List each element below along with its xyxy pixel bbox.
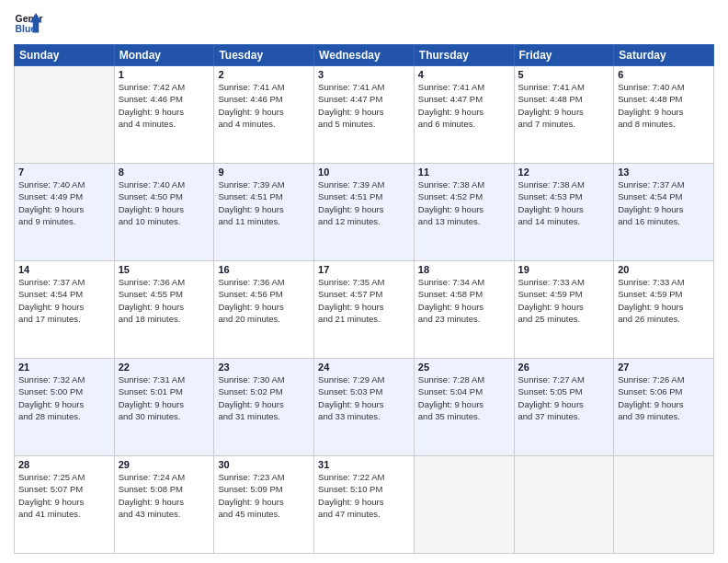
calendar-cell: 28Sunrise: 7:25 AM Sunset: 5:07 PM Dayli… bbox=[15, 456, 115, 554]
day-info: Sunrise: 7:39 AM Sunset: 4:51 PM Dayligh… bbox=[318, 178, 410, 227]
calendar-cell: 2Sunrise: 7:41 AM Sunset: 4:46 PM Daylig… bbox=[214, 66, 314, 164]
header: General Blue bbox=[14, 9, 714, 39]
day-number: 30 bbox=[218, 459, 310, 470]
calendar-cell: 27Sunrise: 7:26 AM Sunset: 5:06 PM Dayli… bbox=[614, 359, 714, 456]
day-info: Sunrise: 7:41 AM Sunset: 4:47 PM Dayligh… bbox=[418, 81, 510, 130]
day-number: 8 bbox=[119, 167, 210, 178]
day-number: 15 bbox=[119, 264, 210, 275]
day-number: 4 bbox=[418, 69, 510, 80]
calendar-cell: 8Sunrise: 7:40 AM Sunset: 4:50 PM Daylig… bbox=[114, 164, 214, 261]
day-number: 28 bbox=[18, 459, 110, 470]
calendar-cell: 29Sunrise: 7:24 AM Sunset: 5:08 PM Dayli… bbox=[114, 456, 214, 554]
calendar-cell: 31Sunrise: 7:22 AM Sunset: 5:10 PM Dayli… bbox=[314, 456, 415, 554]
day-info: Sunrise: 7:22 AM Sunset: 5:10 PM Dayligh… bbox=[318, 471, 410, 520]
page: General Blue SundayMondayTuesdayWednesda… bbox=[0, 0, 728, 563]
calendar-cell: 21Sunrise: 7:32 AM Sunset: 5:00 PM Dayli… bbox=[15, 359, 115, 456]
day-info: Sunrise: 7:42 AM Sunset: 4:46 PM Dayligh… bbox=[119, 81, 210, 130]
day-number: 12 bbox=[518, 167, 610, 178]
calendar-cell: 10Sunrise: 7:39 AM Sunset: 4:51 PM Dayli… bbox=[314, 164, 415, 261]
day-info: Sunrise: 7:35 AM Sunset: 4:57 PM Dayligh… bbox=[318, 276, 410, 325]
day-info: Sunrise: 7:36 AM Sunset: 4:55 PM Dayligh… bbox=[119, 276, 210, 325]
day-info: Sunrise: 7:31 AM Sunset: 5:01 PM Dayligh… bbox=[119, 373, 210, 422]
day-number: 9 bbox=[218, 167, 310, 178]
calendar-cell bbox=[514, 456, 614, 554]
day-number: 20 bbox=[618, 264, 710, 275]
day-info: Sunrise: 7:29 AM Sunset: 5:03 PM Dayligh… bbox=[318, 373, 410, 422]
calendar-cell: 20Sunrise: 7:33 AM Sunset: 4:59 PM Dayli… bbox=[614, 261, 714, 359]
day-info: Sunrise: 7:26 AM Sunset: 5:06 PM Dayligh… bbox=[618, 373, 710, 422]
calendar-cell: 4Sunrise: 7:41 AM Sunset: 4:47 PM Daylig… bbox=[414, 66, 514, 164]
day-info: Sunrise: 7:25 AM Sunset: 5:07 PM Dayligh… bbox=[18, 471, 110, 520]
calendar-cell: 9Sunrise: 7:39 AM Sunset: 4:51 PM Daylig… bbox=[214, 164, 314, 261]
day-number: 5 bbox=[518, 69, 610, 80]
day-info: Sunrise: 7:37 AM Sunset: 4:54 PM Dayligh… bbox=[18, 276, 110, 325]
week-row-4: 21Sunrise: 7:32 AM Sunset: 5:00 PM Dayli… bbox=[15, 359, 714, 456]
weekday-header-friday: Friday bbox=[514, 45, 614, 66]
day-info: Sunrise: 7:40 AM Sunset: 4:49 PM Dayligh… bbox=[18, 178, 110, 227]
day-number: 31 bbox=[318, 459, 410, 470]
calendar-cell: 3Sunrise: 7:41 AM Sunset: 4:47 PM Daylig… bbox=[314, 66, 415, 164]
day-info: Sunrise: 7:40 AM Sunset: 4:50 PM Dayligh… bbox=[119, 178, 210, 227]
calendar-cell: 11Sunrise: 7:38 AM Sunset: 4:52 PM Dayli… bbox=[414, 164, 514, 261]
day-number: 17 bbox=[318, 264, 410, 275]
calendar-cell: 6Sunrise: 7:40 AM Sunset: 4:48 PM Daylig… bbox=[614, 66, 714, 164]
day-info: Sunrise: 7:34 AM Sunset: 4:58 PM Dayligh… bbox=[418, 276, 510, 325]
day-info: Sunrise: 7:30 AM Sunset: 5:02 PM Dayligh… bbox=[218, 373, 310, 422]
day-info: Sunrise: 7:27 AM Sunset: 5:05 PM Dayligh… bbox=[518, 373, 610, 422]
day-info: Sunrise: 7:24 AM Sunset: 5:08 PM Dayligh… bbox=[119, 471, 210, 520]
calendar-cell: 17Sunrise: 7:35 AM Sunset: 4:57 PM Dayli… bbox=[314, 261, 415, 359]
day-number: 6 bbox=[618, 69, 710, 80]
day-number: 19 bbox=[518, 264, 610, 275]
day-number: 18 bbox=[418, 264, 510, 275]
day-info: Sunrise: 7:41 AM Sunset: 4:48 PM Dayligh… bbox=[518, 81, 610, 130]
day-number: 14 bbox=[18, 264, 110, 275]
day-number: 24 bbox=[318, 362, 410, 373]
week-row-2: 7Sunrise: 7:40 AM Sunset: 4:49 PM Daylig… bbox=[15, 164, 714, 261]
calendar-cell bbox=[15, 66, 115, 164]
calendar-cell: 14Sunrise: 7:37 AM Sunset: 4:54 PM Dayli… bbox=[15, 261, 115, 359]
day-info: Sunrise: 7:41 AM Sunset: 4:46 PM Dayligh… bbox=[218, 81, 310, 130]
day-number: 7 bbox=[18, 167, 110, 178]
calendar-cell: 23Sunrise: 7:30 AM Sunset: 5:02 PM Dayli… bbox=[214, 359, 314, 456]
week-row-5: 28Sunrise: 7:25 AM Sunset: 5:07 PM Dayli… bbox=[15, 456, 714, 554]
day-number: 22 bbox=[119, 362, 210, 373]
weekday-header-sunday: Sunday bbox=[15, 45, 115, 66]
day-number: 11 bbox=[418, 167, 510, 178]
day-info: Sunrise: 7:36 AM Sunset: 4:56 PM Dayligh… bbox=[218, 276, 310, 325]
weekday-header-wednesday: Wednesday bbox=[314, 45, 415, 66]
calendar-cell: 18Sunrise: 7:34 AM Sunset: 4:58 PM Dayli… bbox=[414, 261, 514, 359]
day-info: Sunrise: 7:41 AM Sunset: 4:47 PM Dayligh… bbox=[318, 81, 410, 130]
calendar-cell bbox=[414, 456, 514, 554]
day-info: Sunrise: 7:28 AM Sunset: 5:04 PM Dayligh… bbox=[418, 373, 510, 422]
day-number: 16 bbox=[218, 264, 310, 275]
day-info: Sunrise: 7:38 AM Sunset: 4:52 PM Dayligh… bbox=[418, 178, 510, 227]
calendar-cell: 30Sunrise: 7:23 AM Sunset: 5:09 PM Dayli… bbox=[214, 456, 314, 554]
day-number: 10 bbox=[318, 167, 410, 178]
day-number: 25 bbox=[418, 362, 510, 373]
calendar-cell: 13Sunrise: 7:37 AM Sunset: 4:54 PM Dayli… bbox=[614, 164, 714, 261]
day-info: Sunrise: 7:38 AM Sunset: 4:53 PM Dayligh… bbox=[518, 178, 610, 227]
day-number: 27 bbox=[618, 362, 710, 373]
calendar-table: SundayMondayTuesdayWednesdayThursdayFrid… bbox=[14, 44, 714, 554]
day-number: 29 bbox=[119, 459, 210, 470]
weekday-header-saturday: Saturday bbox=[614, 45, 714, 66]
calendar-cell: 26Sunrise: 7:27 AM Sunset: 5:05 PM Dayli… bbox=[514, 359, 614, 456]
weekday-header-tuesday: Tuesday bbox=[214, 45, 314, 66]
week-row-3: 14Sunrise: 7:37 AM Sunset: 4:54 PM Dayli… bbox=[15, 261, 714, 359]
calendar-cell: 15Sunrise: 7:36 AM Sunset: 4:55 PM Dayli… bbox=[114, 261, 214, 359]
calendar-cell: 19Sunrise: 7:33 AM Sunset: 4:59 PM Dayli… bbox=[514, 261, 614, 359]
calendar-cell: 12Sunrise: 7:38 AM Sunset: 4:53 PM Dayli… bbox=[514, 164, 614, 261]
day-number: 13 bbox=[618, 167, 710, 178]
calendar-cell: 5Sunrise: 7:41 AM Sunset: 4:48 PM Daylig… bbox=[514, 66, 614, 164]
day-info: Sunrise: 7:40 AM Sunset: 4:48 PM Dayligh… bbox=[618, 81, 710, 130]
day-number: 23 bbox=[218, 362, 310, 373]
day-info: Sunrise: 7:37 AM Sunset: 4:54 PM Dayligh… bbox=[618, 178, 710, 227]
day-number: 2 bbox=[218, 69, 310, 80]
day-info: Sunrise: 7:32 AM Sunset: 5:00 PM Dayligh… bbox=[18, 373, 110, 422]
calendar-cell bbox=[614, 456, 714, 554]
calendar-cell: 22Sunrise: 7:31 AM Sunset: 5:01 PM Dayli… bbox=[114, 359, 214, 456]
day-info: Sunrise: 7:39 AM Sunset: 4:51 PM Dayligh… bbox=[218, 178, 310, 227]
weekday-header-monday: Monday bbox=[114, 45, 214, 66]
day-number: 1 bbox=[119, 69, 210, 80]
calendar-cell: 7Sunrise: 7:40 AM Sunset: 4:49 PM Daylig… bbox=[15, 164, 115, 261]
